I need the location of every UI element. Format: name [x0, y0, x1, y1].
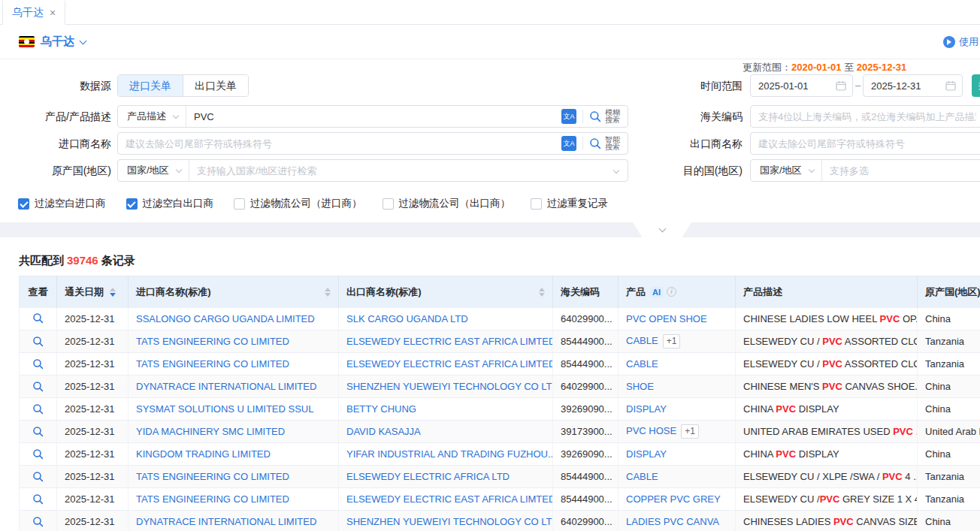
importer-link[interactable]: KINGDOM TRADING LIMITED: [136, 448, 271, 460]
destination-type-select[interactable]: 国家/地区: [751, 160, 822, 181]
importer-link[interactable]: DYNATRACE INTERNATIONAL LIMITED: [136, 381, 316, 392]
start-date-picker[interactable]: [750, 74, 853, 97]
view-record-button[interactable]: [32, 426, 44, 440]
checkbox-checked-icon[interactable]: [18, 198, 29, 210]
plus-one-badge[interactable]: +1: [663, 334, 681, 348]
exporter-link[interactable]: DAVID KASAJJA: [346, 426, 421, 437]
view-cell[interactable]: [20, 330, 57, 353]
product-link[interactable]: PVC HOSE: [626, 425, 676, 436]
sort-icons[interactable]: [110, 288, 116, 297]
exporter-link[interactable]: ELSEWEDY ELECTRIC EAST AFRICA LIMTED: [346, 336, 553, 347]
product-type-select[interactable]: 产品描述: [118, 106, 186, 127]
smart-search-button[interactable]: 智能搜索: [583, 136, 628, 151]
search-button[interactable]: 搜索: [972, 74, 980, 97]
importer-input[interactable]: [118, 138, 561, 149]
collapse-panel-button[interactable]: [633, 222, 691, 237]
tab-import-records[interactable]: 进口关单: [118, 75, 183, 96]
filter-checkbox[interactable]: 过滤物流公司（出口商）: [383, 197, 511, 210]
importer-link[interactable]: SSALONGO CARGO UGANDA LIMITED: [136, 313, 315, 324]
view-record-button[interactable]: [32, 358, 44, 373]
view-cell[interactable]: [20, 376, 57, 398]
view-record-button[interactable]: [32, 448, 44, 463]
sort-asc-icon[interactable]: [110, 288, 116, 291]
plus-one-badge[interactable]: +1: [681, 424, 699, 439]
view-record-button[interactable]: [32, 312, 44, 327]
exporter-link[interactable]: SLK CARGO UGANDA LTD: [346, 313, 468, 324]
product-link[interactable]: CABLE: [626, 335, 658, 346]
importer-link[interactable]: DYNATRACE INTERNATIONAL LIMITED: [136, 516, 316, 527]
help-link[interactable]: 使用: [943, 35, 978, 49]
origin-country-input[interactable]: [189, 165, 611, 176]
filter-checkbox[interactable]: 过滤物流公司（进口商）: [234, 197, 362, 210]
product-link[interactable]: CABLE: [626, 471, 658, 482]
view-cell[interactable]: [20, 353, 57, 376]
product-link[interactable]: PVC OPEN SHOE: [626, 313, 707, 324]
filter-checkbox[interactable]: 过滤空白进口商: [18, 197, 106, 210]
filter-checkbox[interactable]: 过滤重复记录: [531, 197, 608, 210]
destination-country-input[interactable]: [822, 165, 980, 176]
fuzzy-search-button[interactable]: 模糊搜索: [583, 109, 628, 124]
importer-link[interactable]: TATS ENGINEERING CO LIMITED: [136, 493, 289, 505]
exporter-link[interactable]: ELSEWEDY ELECTRIC AFRICA LTD: [346, 471, 510, 482]
hs-code-input[interactable]: [751, 111, 980, 122]
view-cell[interactable]: [20, 488, 57, 511]
translate-icon[interactable]: 文A: [561, 136, 576, 151]
product-link[interactable]: DISPLAY: [626, 403, 667, 415]
product-link[interactable]: SHOE: [626, 381, 654, 392]
chevron-down-icon[interactable]: [80, 37, 87, 44]
view-record-button[interactable]: [32, 493, 44, 508]
view-cell[interactable]: [20, 511, 57, 531]
product-link[interactable]: COPPER PVC GREY: [626, 493, 721, 505]
tab-export-records[interactable]: 出口关单: [183, 75, 248, 96]
product-link[interactable]: LADIES PVC CANVA: [626, 516, 719, 527]
translate-icon[interactable]: 文A: [561, 109, 576, 124]
sort-icons[interactable]: [539, 288, 545, 297]
exporter-link[interactable]: ELSEWEDY ELECTRIC EAST AFRICA LIMTED: [346, 358, 553, 370]
product-link[interactable]: CABLE: [626, 358, 658, 370]
sort-desc-icon[interactable]: [325, 293, 331, 297]
sort-asc-icon[interactable]: [539, 288, 545, 291]
view-record-button[interactable]: [32, 336, 44, 350]
sort-asc-icon[interactable]: [325, 288, 331, 291]
filter-checkbox[interactable]: 过滤空白出口商: [126, 197, 214, 210]
exporter-link[interactable]: SHENZHEN YUEWEIYI TECHNOLOGY CO LTD: [346, 381, 553, 392]
start-date-input[interactable]: [751, 80, 836, 92]
column-header-3[interactable]: 出口商名称(标准): [339, 276, 553, 308]
importer-link[interactable]: TATS ENGINEERING CO LIMITED: [136, 471, 289, 482]
sort-desc-icon[interactable]: [539, 293, 545, 297]
end-date-picker[interactable]: [863, 74, 963, 97]
importer-link[interactable]: TATS ENGINEERING CO LIMITED: [136, 358, 289, 370]
view-cell[interactable]: [20, 466, 57, 488]
product-input[interactable]: [186, 111, 561, 122]
checkbox-unchecked-icon[interactable]: [383, 198, 394, 210]
tab-close-icon[interactable]: ×: [50, 7, 56, 19]
tab-uganda[interactable]: 乌干达 ×: [2, 1, 65, 25]
exporter-link[interactable]: SHENZHEN YUEWEIYI TECHNOLOGY CO LTD: [346, 516, 553, 527]
view-cell[interactable]: [20, 308, 57, 330]
view-record-button[interactable]: [32, 471, 44, 485]
chevron-down-icon[interactable]: [613, 167, 619, 173]
view-record-button[interactable]: [32, 516, 44, 530]
view-cell[interactable]: [20, 398, 57, 421]
exporter-link[interactable]: BETTY CHUNG: [346, 403, 416, 415]
exporter-input[interactable]: [751, 138, 980, 149]
info-icon[interactable]: [667, 287, 676, 297]
sort-desc-icon[interactable]: [110, 293, 116, 297]
view-cell[interactable]: [20, 443, 57, 466]
checkbox-checked-icon[interactable]: [126, 198, 138, 210]
checkbox-unchecked-icon[interactable]: [234, 198, 245, 210]
importer-link[interactable]: SYSMAT SOLUTIONS U LIMITED SSUL: [136, 403, 313, 415]
sort-icons[interactable]: [325, 288, 331, 297]
importer-link[interactable]: TATS ENGINEERING CO LIMITED: [136, 336, 289, 347]
importer-link[interactable]: YIDA MACHINERY SMC LIMITED: [136, 426, 285, 437]
view-cell[interactable]: [20, 421, 57, 443]
column-header-2[interactable]: 进口商名称(标准): [129, 276, 339, 308]
country-selector-label[interactable]: 乌干达: [41, 35, 74, 49]
column-header-1[interactable]: 通关日期: [57, 276, 129, 308]
exporter-link[interactable]: YIFAR INDUSTRIAL AND TRADING FUZHOU...: [346, 448, 553, 460]
view-record-button[interactable]: [32, 381, 44, 395]
product-link[interactable]: DISPLAY: [626, 448, 667, 460]
exporter-link[interactable]: ELSEWEDY ELECTRIC EAST AFRICA LIMTED: [346, 493, 553, 505]
checkbox-unchecked-icon[interactable]: [531, 198, 542, 210]
end-date-input[interactable]: [864, 80, 945, 92]
